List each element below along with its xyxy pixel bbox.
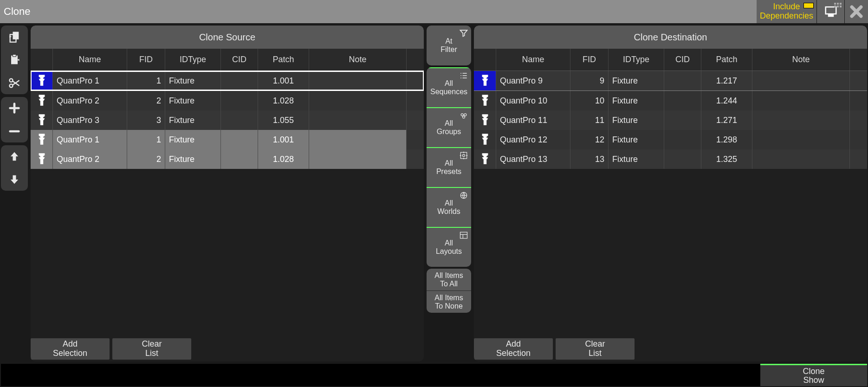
svg-rect-3 [13, 54, 16, 57]
table-row[interactable]: QuantPro 33Fixture1.055 [31, 110, 424, 130]
name-cell-value: QuantPro 1 [57, 135, 99, 145]
column-header-fid[interactable]: FID [127, 49, 165, 71]
paste-button[interactable] [1, 53, 28, 66]
at-filter-button[interactable]: At Filter [427, 26, 471, 65]
fid-cell-value: 13 [595, 155, 604, 164]
name-cell-value: QuantPro 2 [57, 155, 99, 164]
patch-cell: 1.001 [258, 130, 309, 149]
table-row[interactable]: QuantPro 1111Fixture1.271 [474, 110, 867, 130]
include-dependencies-label: Include Dependencies [757, 2, 816, 21]
column-header-label: Patch [716, 55, 737, 64]
column-header-name[interactable]: Name [496, 49, 570, 71]
column-header-icon[interactable] [474, 49, 496, 71]
column-header-note[interactable]: Note [752, 49, 850, 71]
name-cell-value: QuantPro 12 [500, 135, 547, 145]
patch-cell-value: 1.001 [273, 135, 294, 145]
column-header-note[interactable]: Note [309, 49, 407, 71]
table-row[interactable]: QuantPro 1212Fixture1.298 [474, 130, 867, 149]
move-up-button[interactable] [1, 150, 28, 163]
idtype-cell-value: Fixture [169, 135, 194, 145]
fid-cell: 12 [570, 130, 609, 149]
note-cell [752, 130, 850, 149]
destination-add-selection-button[interactable]: Add Selection [474, 338, 553, 360]
cid-cell [221, 91, 258, 110]
table-row[interactable]: QuantPro 22Fixture1.028 [31, 91, 424, 110]
copy-button[interactable] [1, 30, 28, 43]
include-dependencies-toggle[interactable]: Include Dependencies [757, 0, 817, 23]
fixture-icon-cell [31, 130, 53, 149]
cut-button[interactable] [1, 77, 28, 90]
name-cell-value: QuantPro 9 [500, 76, 543, 86]
all-items-to-none-button[interactable]: All Items To None [427, 290, 471, 313]
column-header-fid[interactable]: FID [570, 49, 609, 71]
patch-cell-value: 1.325 [716, 155, 737, 164]
table-row[interactable]: QuantPro 1313Fixture1.325 [474, 149, 867, 169]
fid-cell: 9 [570, 71, 609, 90]
column-header-cid[interactable]: CID [221, 49, 258, 71]
column-header-label: Note [349, 55, 366, 64]
svg-point-7 [464, 114, 466, 116]
table-row[interactable]: QuantPro 99Fixture1.217 [474, 71, 867, 90]
fid-cell-value: 1 [156, 135, 161, 145]
idtype-cell: Fixture [609, 71, 664, 90]
table-row[interactable]: QuantPro 22Fixture1.028 [31, 149, 424, 169]
all-groups-label: All Groups [437, 119, 461, 135]
table-row[interactable]: QuantPro 11Fixture1.001 [31, 71, 424, 90]
column-header-label: IDType [623, 55, 649, 64]
svg-point-6 [461, 114, 463, 116]
minus-icon [8, 125, 21, 138]
fixture-icon-cell [31, 110, 53, 130]
all-items-to-all-button[interactable]: All Items To All [427, 269, 471, 290]
window-title: Clone [4, 6, 30, 18]
column-header-label: Note [792, 55, 810, 64]
column-header-cid[interactable]: CID [664, 49, 701, 71]
all-presets-button[interactable]: All Presets [427, 147, 471, 187]
remove-button[interactable] [1, 125, 28, 138]
svg-point-10 [463, 155, 465, 157]
column-header-label: FID [139, 55, 153, 64]
all-sequences-button[interactable]: All Sequences [427, 67, 471, 107]
idtype-cell: Fixture [165, 110, 221, 130]
fid-cell: 3 [127, 110, 165, 130]
move-down-button[interactable] [1, 173, 28, 186]
destination-table: NameFIDIDTypeCIDPatchNote QuantPro 99Fix… [474, 49, 867, 169]
fixture-icon-cell [474, 71, 496, 90]
column-header-icon[interactable] [31, 49, 53, 71]
table-row[interactable]: QuantPro 11Fixture1.001 [31, 130, 424, 149]
fid-cell: 1 [127, 71, 165, 90]
table-row[interactable]: QuantPro 1010Fixture1.244 [474, 91, 867, 110]
patch-cell: 1.217 [701, 71, 752, 90]
add-button[interactable] [1, 102, 28, 115]
idtype-cell-value: Fixture [169, 116, 194, 125]
plus-icon [8, 102, 21, 115]
idtype-cell-value: Fixture [169, 76, 194, 86]
column-header-patch[interactable]: Patch [258, 49, 309, 71]
source-add-selection-button[interactable]: Add Selection [31, 338, 110, 360]
idtype-cell-value: Fixture [612, 155, 638, 164]
fid-cell-value: 11 [595, 116, 604, 125]
source-clear-list-button[interactable]: Clear List [112, 338, 191, 360]
clone-show-button[interactable]: Clone Show [760, 364, 867, 386]
name-cell: QuantPro 10 [496, 91, 570, 110]
idtype-cell-value: Fixture [612, 135, 638, 145]
idtype-cell: Fixture [165, 91, 221, 110]
column-header-name[interactable]: Name [53, 49, 127, 71]
all-layouts-button[interactable]: All Layouts [427, 227, 471, 267]
close-window-button[interactable] [845, 0, 868, 23]
column-header-label: Patch [272, 55, 294, 64]
patch-cell-value: 1.244 [716, 96, 737, 106]
idtype-cell: Fixture [165, 149, 221, 169]
all-groups-button[interactable]: All Groups [427, 107, 471, 147]
column-header-idtype[interactable]: IDType [609, 49, 664, 71]
all-worlds-button[interactable]: All Worlds [427, 187, 471, 227]
column-header-patch[interactable]: Patch [701, 49, 752, 71]
fid-cell-value: 2 [156, 96, 161, 106]
display-button[interactable] [817, 0, 845, 23]
column-header-idtype[interactable]: IDType [165, 49, 221, 71]
all-presets-label: All Presets [436, 159, 461, 175]
patch-cell-value: 1.055 [273, 116, 294, 125]
idtype-cell: Fixture [165, 130, 221, 149]
fixture-icon-cell [474, 110, 496, 130]
destination-clear-list-button[interactable]: Clear List [556, 338, 635, 360]
clone-source-panel: Clone Source NameFIDIDTypeCIDPatchNote Q… [31, 26, 424, 361]
